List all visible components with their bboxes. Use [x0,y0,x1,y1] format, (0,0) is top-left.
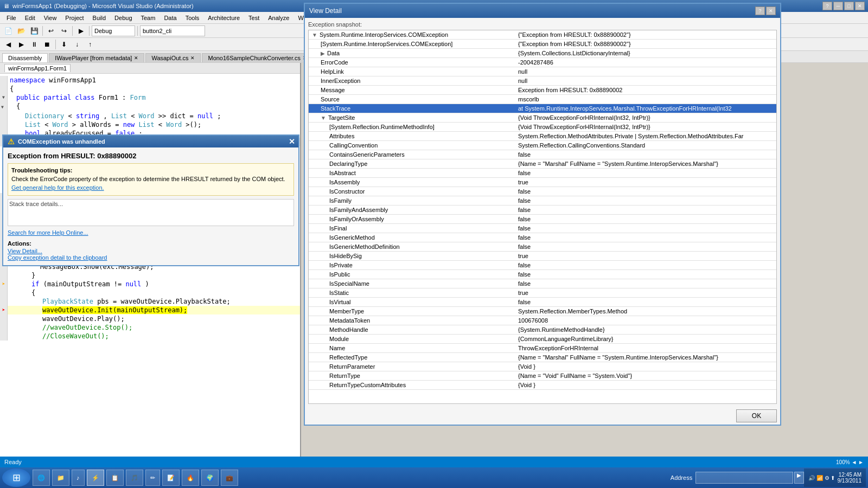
address-go-button[interactable]: ▶ [794,472,804,484]
menu-debug[interactable]: Debug [110,14,136,22]
menu-build[interactable]: Build [88,14,110,22]
table-row[interactable]: ReturnType{Name = "Void" FullName = "Sys… [309,371,776,381]
tab-wasapiout[interactable]: WasapiOut.cs ✕ [145,53,201,62]
table-row[interactable]: MethodHandle{System.RuntimeMethodHandle} [309,325,776,335]
table-row[interactable]: IsFamilyfalse [309,196,776,206]
table-row[interactable]: MemberTypeSystem.Reflection.MemberTypes.… [309,307,776,316]
exception-close-button[interactable]: ✕ [289,137,295,146]
taskbar-app2[interactable]: 📋 [106,470,124,486]
close-button[interactable]: ✕ [855,2,865,10]
table-row[interactable]: AttributesSystem.Reflection.MethodAttrib… [309,132,776,141]
taskbar-app5[interactable]: 📝 [162,470,180,486]
table-row[interactable]: IsFamilyOrAssemblyfalse [309,215,776,224]
table-row[interactable]: IsAbstractfalse [309,169,776,178]
open-button[interactable]: 📂 [15,25,27,37]
table-row[interactable]: ▼TargetSite{Void ThrowExceptionForHRInte… [309,113,776,123]
start-debug-button[interactable]: ▶ [75,25,87,37]
menu-file[interactable]: File [2,14,21,22]
table-row[interactable]: IsFamilyAndAssemblyfalse [309,206,776,215]
view-detail-ok-button[interactable]: OK [736,409,777,422]
search-online-link[interactable]: Search for more Help Online... [8,229,88,236]
table-row[interactable]: [System.Reflection.RuntimeMethodInfo]{Vo… [309,123,776,132]
menu-tools[interactable]: Tools [181,14,204,22]
tb2-btn4[interactable]: ⏹ [41,38,53,50]
save-button[interactable]: 💾 [28,25,40,37]
table-row[interactable]: IsGenericMethodDefinitionfalse [309,242,776,252]
menu-team[interactable]: Team [137,14,160,22]
tb2-btn1[interactable]: ◀ [2,38,14,50]
table-row[interactable]: HelpLinknull [309,67,776,76]
table-row[interactable]: IsFinalfalse [309,224,776,233]
table-row[interactable]: ▶Data{System.Collections.ListDictionaryI… [309,49,776,58]
view-detail-help-button[interactable]: ? [755,7,765,15]
undo-button[interactable]: ↩ [45,25,57,37]
menu-edit[interactable]: Edit [21,14,40,22]
taskbar-media[interactable]: ♪ [72,470,85,486]
expand-icon[interactable]: ▼ [321,115,326,121]
table-row[interactable]: CallingConventionSystem.Reflection.Calli… [309,141,776,150]
tb2-btn2[interactable]: ▶ [15,38,27,50]
table-row[interactable]: IsPublicfalse [309,270,776,279]
table-row[interactable]: ReturnParameter{Void } [309,362,776,371]
table-row[interactable]: IsGenericMethodfalse [309,233,776,242]
minimize-button[interactable]: ─ [833,2,843,10]
table-row[interactable]: IsStatictrue [309,288,776,298]
step-into-button[interactable]: ↓ [71,38,83,50]
redo-button[interactable]: ↪ [58,25,70,37]
menu-analyze[interactable]: Analyze [264,14,293,22]
view-detail-table-container[interactable]: ▼System.Runtime.InteropServices.COMExcep… [308,30,777,404]
table-row[interactable]: IsVirtualfalse [309,298,776,307]
table-row[interactable]: ErrorCode-2004287486 [309,58,776,67]
step-over-button[interactable]: ⬇ [58,38,70,50]
tab-disassembly[interactable]: Disassembly [2,53,48,62]
table-row[interactable]: IsHideBySigtrue [309,252,776,261]
table-row[interactable]: IsAssemblytrue [309,178,776,187]
taskbar-vs[interactable]: ⚡ [87,470,104,486]
taskbar-app3[interactable]: 🎵 [126,470,143,486]
maximize-button[interactable]: □ [844,2,854,10]
tab-wasapiout-close[interactable]: ✕ [190,55,195,61]
tab-iwaveplayer[interactable]: IWavePlayer [from metadata] ✕ [49,53,144,62]
form1-tab-item[interactable]: winFormsApp1.Form1 [4,64,71,72]
menu-project[interactable]: Project [61,14,88,22]
table-row[interactable]: InnerExceptionnull [309,76,776,86]
view-detail-close-button[interactable]: ✕ [766,7,776,15]
general-help-link[interactable]: Get general help for this exception. [11,184,104,191]
help-button[interactable]: ? [822,2,832,10]
table-row[interactable]: MetadataToken100676008 [309,316,776,325]
taskbar-ff[interactable]: 🔥 [182,470,199,486]
table-row[interactable]: DeclaringType{Name = "Marshal" FullName … [309,159,776,169]
menu-architecture[interactable]: Architecture [203,14,244,22]
expand-icon[interactable]: ▼ [312,32,317,38]
taskbar-explorer[interactable]: 📁 [52,470,69,486]
view-detail-link[interactable]: View Detail... [8,248,42,254]
table-row[interactable]: ContainsGenericParametersfalse [309,150,776,159]
taskbar-app4[interactable]: ✏ [145,470,160,486]
step-out-button[interactable]: ↑ [84,38,96,50]
start-button[interactable]: ⊞ [2,468,30,487]
tab-iwaveplayer-close[interactable]: ✕ [134,55,138,61]
table-row[interactable]: MessageException from HRESULT: 0x8889000… [309,86,776,95]
table-row[interactable]: Module{CommonLanguageRuntimeLibrary} [309,335,776,344]
taskbar-chrome[interactable]: 🌍 [201,470,219,486]
collapse-icon-1[interactable]: ▼ [2,93,5,102]
menu-view[interactable]: View [40,14,61,22]
menu-test[interactable]: Test [244,14,264,22]
table-row[interactable]: IsPrivatefalse [309,261,776,270]
table-row[interactable]: IsSpecialNamefalse [309,279,776,288]
table-row[interactable]: ReflectedType{Name = "Marshal" FullName … [309,353,776,362]
table-row[interactable]: IsConstructorfalse [309,187,776,196]
taskbar-app6[interactable]: 💼 [221,470,238,486]
address-input[interactable] [695,472,793,484]
copy-exception-link[interactable]: Copy exception detail to the clipboard [8,254,107,261]
tab-mono16[interactable]: Mono16SampleChunkConverter.cs ✕ [202,53,313,62]
table-row[interactable]: Sourcemscorlb [309,95,776,104]
taskbar-ie[interactable]: 🌐 [33,470,50,486]
table-row[interactable]: ▼System.Runtime.InteropServices.COMExcep… [309,30,776,40]
expand-icon[interactable]: ▶ [321,50,325,56]
table-row[interactable]: ReturnTypeCustomAttributes{Void } [309,381,776,390]
tb2-btn3[interactable]: ⏸ [28,38,40,50]
table-row[interactable]: NameThrowExceptionForHRInternal [309,344,776,353]
table-row[interactable]: StackTraceat System.Runtime.InteropServi… [309,104,776,113]
new-project-button[interactable]: 📄 [2,25,14,37]
